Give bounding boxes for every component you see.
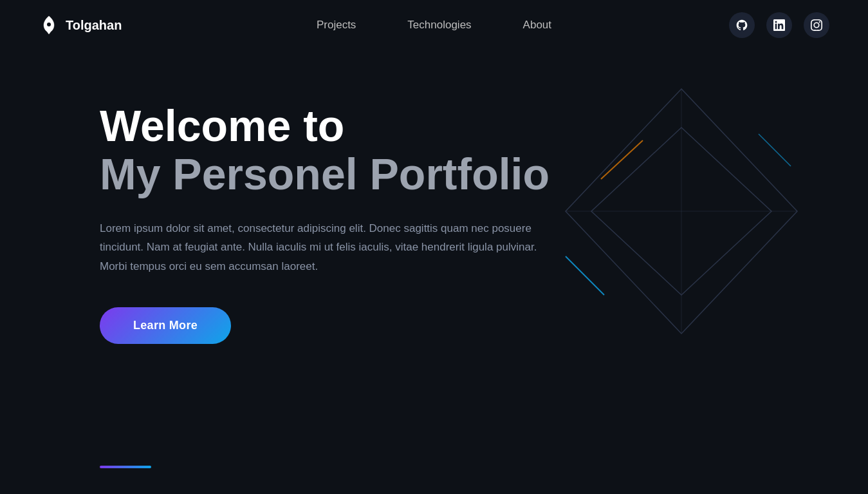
navbar: Tolgahan Projects Technologies About	[0, 0, 868, 50]
svg-line-5	[759, 134, 791, 166]
learn-more-button[interactable]: Learn More	[100, 307, 231, 344]
nav-link-projects[interactable]: Projects	[317, 19, 356, 32]
nav-link-about[interactable]: About	[523, 19, 551, 32]
hero-description: Lorem ipsum dolor sit amet, consectetur …	[100, 219, 537, 276]
instagram-icon	[811, 19, 822, 31]
logo-text: Tolgahan	[66, 18, 122, 33]
github-icon	[735, 19, 748, 32]
nav-link-technologies[interactable]: Technologies	[407, 19, 471, 32]
svg-line-4	[566, 256, 604, 295]
bottom-accent-bar	[100, 466, 151, 468]
hero-title-line2: My Personel Portfolio	[100, 149, 549, 198]
linkedin-icon	[773, 19, 785, 31]
hero-title-line1: Welcome to	[100, 101, 344, 150]
svg-point-0	[47, 23, 51, 26]
hero-section: Welcome to My Personel Portfolio Lorem i…	[0, 50, 868, 494]
github-link[interactable]	[729, 12, 755, 38]
svg-line-3	[601, 140, 643, 179]
diamond-decoration	[546, 76, 817, 347]
logo-link[interactable]: Tolgahan	[39, 15, 122, 35]
nav-links: Projects Technologies About	[317, 19, 551, 32]
social-icons	[729, 12, 829, 38]
linkedin-link[interactable]	[766, 12, 792, 38]
logo-icon	[39, 15, 59, 35]
instagram-link[interactable]	[804, 12, 829, 38]
hero-title: Welcome to My Personel Portfolio	[100, 102, 550, 198]
